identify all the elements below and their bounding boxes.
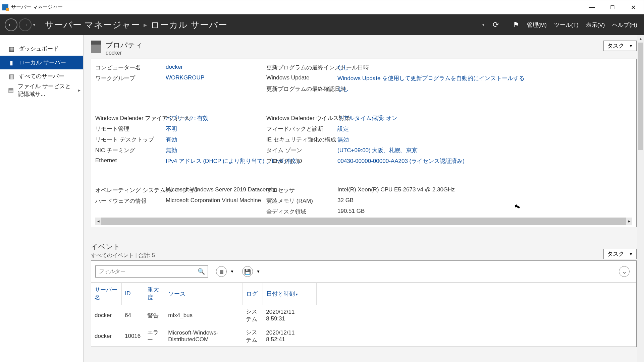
content-area: ▴ プロパティ docker タスク▼ コンピューター名 docker 更新プロ… [84, 35, 644, 362]
window-title: サーバー マネージャー [11, 4, 63, 10]
properties-horizontal-scrollbar[interactable]: ◂▸ [95, 218, 632, 225]
server-tile-icon [91, 41, 101, 53]
label-remote-desktop: リモート デスクトップ [95, 136, 166, 143]
breadcrumb: サーバー マネージャー ▸ ローカル サーバー [45, 19, 227, 31]
search-icon[interactable]: 🔍 [198, 268, 205, 275]
properties-title: プロパティ [106, 41, 143, 50]
properties-panel: コンピューター名 docker 更新プログラムの最終インストール日時 なし ワー… [91, 59, 637, 227]
dashboard-icon: ▦ [8, 46, 15, 52]
header: ← → ▼ サーバー マネージャー ▸ ローカル サーバー ▾ ⟳ ⚑ 管理(M… [0, 14, 644, 35]
label-last-checked: 更新プログラムの最終確認日時 [266, 85, 337, 93]
vertical-scrollbar[interactable]: ▴ [637, 35, 644, 362]
menu-tools[interactable]: ツール(T) [552, 20, 581, 30]
label-windows-update: Windows Update [266, 74, 337, 82]
chevron-down-icon[interactable]: ▼ [230, 269, 234, 274]
value-remote-desktop[interactable]: 有効 [166, 136, 266, 143]
sidebar-item-dashboard[interactable]: ▦ ダッシュボード [0, 42, 83, 56]
label-processor: プロセッサ [266, 186, 337, 194]
column-log[interactable]: ログ [243, 283, 263, 305]
divider [506, 20, 506, 29]
events-toolbar: 🔍 ≣ ▼ 💾 ▼ ⌄ [91, 261, 636, 282]
value-computer-name[interactable]: docker [166, 64, 266, 71]
properties-section-header: プロパティ docker タスク▼ [91, 39, 637, 59]
sidebar-item-label: すべてのサーバー [19, 72, 64, 80]
column-options-icon[interactable]: ≣ [216, 266, 227, 277]
label-remote-mgmt: リモート管理 [95, 125, 166, 133]
events-tasks-button[interactable]: タスク▼ [603, 249, 637, 259]
column-source[interactable]: ソース [165, 283, 243, 305]
sidebar-item-local-server[interactable]: ▮ ローカル サーバー [0, 56, 83, 69]
column-datetime[interactable]: 日付と時刻 [263, 283, 316, 305]
value-windows-update[interactable]: Windows Update を使用して更新プログラムを自動的にインストールする [337, 74, 478, 82]
value-defender-av[interactable]: リアルタイム保護: オン [337, 114, 478, 122]
table-row[interactable]: docker 10016 エラー Microsoft-Windows-Distr… [91, 326, 636, 347]
events-title: イベント [91, 242, 155, 251]
sidebar: ▦ ダッシュボード ▮ ローカル サーバー ▥ すべてのサーバー ▤ ファイル … [0, 35, 84, 362]
value-os-version: Microsoft Windows Server 2019 Datacenter [166, 186, 266, 194]
label-computer-name: コンピューター名 [95, 64, 166, 71]
value-firewall[interactable]: パブリック: 有効 [166, 114, 266, 122]
maximize-button[interactable]: □ [602, 0, 623, 14]
save-query-icon[interactable]: 💾 [242, 266, 253, 277]
properties-subtitle: docker [106, 50, 143, 56]
label-disk: 全ディスク領域 [266, 208, 337, 216]
column-spacer [316, 283, 636, 305]
value-last-checked[interactable]: なし [337, 85, 478, 93]
value-ethernet[interactable]: IPv4 アドレス (DHCP により割り当て) 、IPv6 (有効) [166, 157, 266, 165]
value-timezone[interactable]: (UTC+09:00) 大阪、札幌、東京 [337, 146, 478, 154]
nav-history-dropdown[interactable]: ▼ [32, 22, 36, 27]
label-ram: 実装メモリ (RAM) [266, 197, 337, 205]
minimize-button[interactable]: — [581, 0, 602, 14]
value-hardware: Microsoft Corporation Virtual Machine [166, 197, 266, 205]
refresh-icon[interactable]: ⟳ [490, 19, 501, 30]
value-product-id[interactable]: 00430-00000-00000-AA203 (ライセンス認証済み) [337, 157, 478, 165]
value-nic-teaming[interactable]: 無効 [166, 146, 266, 154]
notifications-flag-icon[interactable]: ⚑ [511, 19, 522, 30]
nav-back-button[interactable]: ← [5, 18, 17, 31]
app-icon [2, 4, 8, 10]
nav-forward-button: → [19, 18, 32, 31]
label-hardware: ハードウェアの情報 [95, 197, 166, 205]
table-row[interactable]: docker 64 警告 mlx4_bus システム 2020/12/11 8:… [91, 305, 636, 326]
column-server[interactable]: サーバー名 [91, 283, 121, 305]
column-severity[interactable]: 重大度 [144, 283, 165, 305]
sidebar-item-label: ローカル サーバー [19, 59, 66, 66]
label-last-update: 更新プログラムの最終インストール日時 [266, 64, 337, 71]
servers-icon: ▥ [8, 73, 15, 80]
label-firewall: Windows Defender ファイアウォール [95, 114, 166, 122]
chevron-right-icon: ▸ [144, 21, 147, 29]
column-id[interactable]: ID [121, 283, 144, 305]
server-icon: ▮ [8, 59, 15, 66]
events-panel: 🔍 ≣ ▼ 💾 ▼ ⌄ サーバー名 ID 重大度 [91, 260, 637, 347]
label-defender-av: Windows Defender ウイルス対策 [266, 114, 337, 122]
expand-collapse-icon[interactable]: ⌄ [619, 266, 630, 277]
events-section-header: イベント すべてのイベント | 合計: 5 タスク▼ [91, 242, 637, 259]
properties-tasks-button[interactable]: タスク▼ [603, 41, 637, 51]
title-bar: サーバー マネージャー — □ ✕ [0, 0, 644, 14]
label-ethernet: Ethernet [95, 157, 166, 165]
chevron-right-icon: ▸ [78, 87, 80, 93]
sidebar-item-label: ファイル サービスと記憶域サ... [18, 82, 74, 98]
label-workgroup: ワークグループ [95, 74, 166, 82]
menu-help[interactable]: ヘルプ(H) [610, 20, 639, 30]
label-nic-teaming: NIC チーミング [95, 146, 166, 154]
value-ram: 32 GB [337, 197, 478, 205]
value-last-update[interactable]: なし [337, 64, 478, 71]
value-remote-mgmt[interactable]: 不明 [166, 125, 266, 133]
breadcrumb-root[interactable]: サーバー マネージャー [45, 19, 140, 31]
events-table: サーバー名 ID 重大度 ソース ログ 日付と時刻 docker 64 警告 [91, 282, 636, 347]
events-filter-input[interactable] [98, 268, 198, 275]
close-button[interactable]: ✕ [623, 0, 644, 14]
sidebar-item-all-servers[interactable]: ▥ すべてのサーバー [0, 69, 83, 83]
menu-manage[interactable]: 管理(M) [525, 20, 549, 30]
events-summary: すべてのイベント | 合計: 5 [91, 252, 155, 259]
header-dropdown[interactable]: ▾ [482, 22, 484, 27]
chevron-down-icon[interactable]: ▼ [256, 269, 260, 274]
sidebar-item-file-services[interactable]: ▤ ファイル サービスと記憶域サ... ▸ [0, 83, 83, 97]
breadcrumb-current: ローカル サーバー [151, 19, 227, 31]
events-filter-box[interactable]: 🔍 [95, 265, 208, 278]
menu-view[interactable]: 表示(V) [584, 20, 607, 30]
value-feedback[interactable]: 設定 [337, 125, 478, 133]
value-ie-esc[interactable]: 無効 [337, 136, 478, 143]
value-workgroup[interactable]: WORKGROUP [166, 74, 266, 82]
